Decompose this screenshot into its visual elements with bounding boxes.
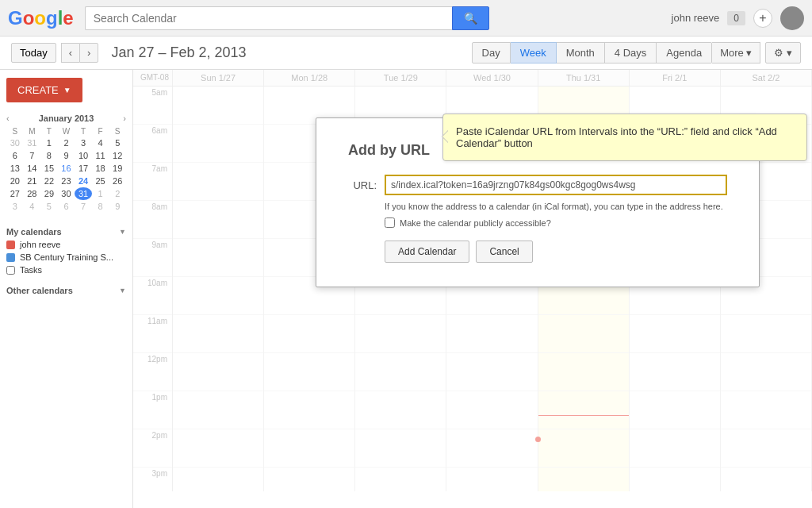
calendar-color xyxy=(6,253,15,262)
cancel-button[interactable]: Cancel xyxy=(476,241,532,263)
sidebar: CREATE ▼ ‹ January 2013 › SMTWTFS 303112… xyxy=(0,70,133,508)
subheader: Today ‹ › Jan 27 – Feb 2, 2013 Day Week … xyxy=(0,37,812,70)
mini-cal-day[interactable]: 11 xyxy=(92,149,109,162)
mini-cal-day[interactable]: 13 xyxy=(6,162,24,175)
date-range: Jan 27 – Feb 2, 2013 xyxy=(111,44,246,61)
calendar-name: SB Century Training S... xyxy=(20,252,113,262)
search-button[interactable]: 🔍 xyxy=(452,6,489,30)
mini-cal-day[interactable]: 20 xyxy=(6,175,24,187)
next-button[interactable]: › xyxy=(79,43,98,63)
calendar-item[interactable]: Tasks xyxy=(6,264,126,276)
tooltip-box: Paste iCalendar URL from Intervals into … xyxy=(442,114,807,161)
calendar-item[interactable]: SB Century Training S... xyxy=(6,251,126,264)
mini-cal-body: 3031123456789101112131415161718192021222… xyxy=(6,137,126,213)
calendar-color xyxy=(6,241,15,249)
mini-cal-day[interactable]: 14 xyxy=(24,162,41,175)
public-checkbox[interactable] xyxy=(385,217,395,228)
prev-button[interactable]: ‹ xyxy=(61,43,79,63)
header: Google 🔍 john reeve 0 + xyxy=(0,0,812,37)
add-calendar-button[interactable]: Add Calendar xyxy=(385,241,469,263)
mini-cal-day[interactable]: 2 xyxy=(58,137,75,149)
url-input[interactable] xyxy=(385,175,727,195)
mini-cal-day[interactable]: 18 xyxy=(92,162,109,175)
view-buttons: Day Week Month 4 Days Agenda xyxy=(472,42,713,64)
mini-cal-day[interactable]: 16 xyxy=(58,162,75,175)
mini-cal-day[interactable]: 1 xyxy=(40,137,58,149)
mini-cal-day[interactable]: 21 xyxy=(24,175,41,187)
mini-cal-day[interactable]: 25 xyxy=(92,175,109,187)
mini-cal-day[interactable]: 6 xyxy=(58,200,75,213)
mini-cal-day[interactable]: 29 xyxy=(40,187,58,200)
mini-cal-day[interactable]: 3 xyxy=(6,200,24,213)
mini-cal-day[interactable]: 2 xyxy=(109,187,126,200)
public-check-label: Make the calendar publicly accessible? xyxy=(400,218,551,228)
mini-cal-title: January 2013 xyxy=(39,114,94,123)
mini-cal-day[interactable]: 4 xyxy=(92,137,109,149)
user-area: john reeve 0 + xyxy=(672,6,804,30)
mini-cal-day[interactable]: 9 xyxy=(109,200,126,213)
calendar-name: john reeve xyxy=(20,240,60,249)
mini-cal-day[interactable]: 26 xyxy=(109,175,126,187)
url-hint: If you know the address to a calendar (i… xyxy=(385,202,727,211)
calendar-area: GMT-08 Sun 1/27Mon 1/28Tue 1/29Wed 1/30T… xyxy=(133,70,812,508)
mini-cal-day[interactable]: 30 xyxy=(6,137,24,149)
calendar-checkbox[interactable] xyxy=(6,266,15,275)
mini-cal-prev[interactable]: ‹ xyxy=(6,114,10,123)
mini-cal-day[interactable]: 17 xyxy=(75,162,92,175)
dialog-buttons: Add Calendar Cancel xyxy=(385,241,727,263)
mini-cal-grid: SMTWTFS 30311234567891011121314151617181… xyxy=(6,126,126,213)
view-agenda[interactable]: Agenda xyxy=(657,42,712,64)
mini-cal-day[interactable]: 24 xyxy=(75,175,92,187)
my-calendars-arrow: ▼ xyxy=(119,228,126,236)
calendar-name: Tasks xyxy=(20,265,42,275)
user-badge: 0 xyxy=(727,11,745,25)
mini-cal-day[interactable]: 12 xyxy=(109,149,126,162)
mini-cal-day[interactable]: 31 xyxy=(24,137,41,149)
search-input[interactable] xyxy=(85,6,452,30)
mini-cal-day[interactable]: 1 xyxy=(92,187,109,200)
mini-cal-day[interactable]: 23 xyxy=(58,175,75,187)
mini-cal-day[interactable]: 7 xyxy=(24,149,41,162)
mini-cal-day[interactable]: 8 xyxy=(92,200,109,213)
other-calendars-arrow: ▼ xyxy=(119,287,126,294)
calendar-item[interactable]: john reeve xyxy=(6,238,126,251)
mini-cal-day[interactable]: 28 xyxy=(24,187,41,200)
mini-cal-day[interactable]: 5 xyxy=(109,137,126,149)
other-calendars-label: Other calendars xyxy=(6,286,73,295)
mini-cal-day[interactable]: 31 xyxy=(75,187,92,200)
avatar xyxy=(780,6,804,30)
settings-button[interactable]: ⚙ ▾ xyxy=(765,42,801,64)
mini-cal-day[interactable]: 7 xyxy=(75,200,92,213)
add-button[interactable]: + xyxy=(753,9,772,28)
other-calendars-section: Other calendars ▼ xyxy=(6,284,126,297)
mini-cal-day[interactable]: 27 xyxy=(6,187,24,200)
mini-cal-next[interactable]: › xyxy=(123,114,126,123)
my-calendars-header[interactable]: My calendars ▼ xyxy=(6,225,126,238)
mini-cal-day[interactable]: 15 xyxy=(40,162,58,175)
today-button[interactable]: Today xyxy=(11,43,56,63)
mini-cal-day[interactable]: 6 xyxy=(6,149,24,162)
tooltip-text: Paste iCalendar URL from Intervals into … xyxy=(456,125,777,149)
my-calendars-list: john reeveSB Century Training S...Tasks xyxy=(6,238,126,276)
view-4days[interactable]: 4 Days xyxy=(605,42,657,64)
logo: Google xyxy=(8,7,74,29)
create-button[interactable]: CREATE ▼ xyxy=(6,78,82,102)
mini-cal-day[interactable]: 3 xyxy=(75,137,92,149)
mini-cal-day[interactable]: 22 xyxy=(40,175,58,187)
view-week[interactable]: Week xyxy=(511,42,557,64)
view-day[interactable]: Day xyxy=(472,42,511,64)
mini-cal-day[interactable]: 10 xyxy=(75,149,92,162)
mini-cal-day[interactable]: 30 xyxy=(58,187,75,200)
mini-cal-day[interactable]: 8 xyxy=(40,149,58,162)
other-calendars-header[interactable]: Other calendars ▼ xyxy=(6,284,126,297)
mini-cal-day[interactable]: 9 xyxy=(58,149,75,162)
mini-calendar: ‹ January 2013 › SMTWTFS 303112345678910… xyxy=(6,114,126,213)
mini-cal-day[interactable]: 4 xyxy=(24,200,41,213)
mini-cal-day[interactable]: 19 xyxy=(109,162,126,175)
view-month[interactable]: Month xyxy=(557,42,605,64)
main: CREATE ▼ ‹ January 2013 › SMTWTFS 303112… xyxy=(0,70,812,508)
mini-cal-day[interactable]: 5 xyxy=(40,200,58,213)
more-button[interactable]: More ▾ xyxy=(712,42,760,64)
user-name: john reeve xyxy=(672,12,720,24)
url-label: URL: xyxy=(348,179,377,191)
